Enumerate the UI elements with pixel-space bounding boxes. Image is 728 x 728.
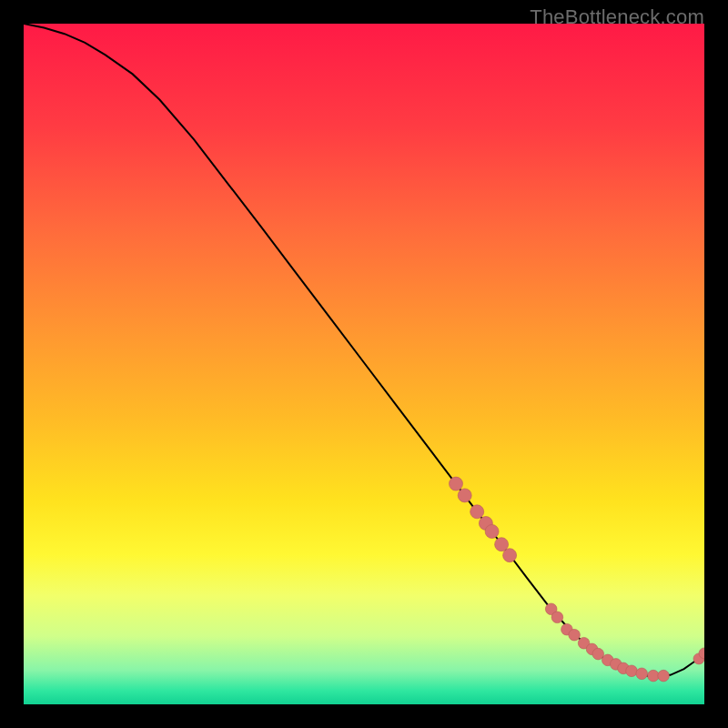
- data-marker: [458, 489, 471, 502]
- data-marker: [551, 612, 563, 623]
- data-marker: [648, 670, 660, 682]
- plot-area: [24, 24, 704, 704]
- bottleneck-curve: [24, 24, 704, 676]
- data-marker: [470, 505, 484, 519]
- data-marker: [658, 670, 670, 682]
- markers-lower-cluster: [545, 603, 669, 682]
- data-marker: [626, 665, 638, 677]
- data-marker: [636, 668, 648, 680]
- chart-overlay: [24, 24, 704, 704]
- markers-end: [693, 648, 704, 664]
- data-marker: [485, 525, 499, 539]
- data-marker: [450, 477, 463, 490]
- data-marker: [503, 549, 517, 562]
- markers-upper-cluster: [450, 477, 517, 562]
- data-marker: [569, 629, 581, 641]
- chart-canvas: TheBottleneck.com: [0, 0, 728, 728]
